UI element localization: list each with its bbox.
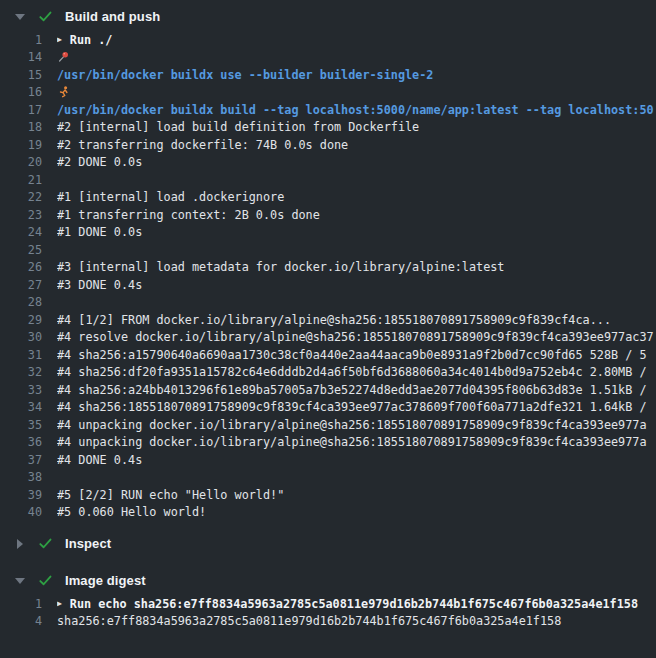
- line-number[interactable]: 20: [0, 155, 42, 169]
- line-content: #5 [2/2] RUN echo "Hello world!": [57, 488, 656, 502]
- line-text: #4 sha256:df20fa9351a15782c64e6dddb2d4a6…: [57, 365, 647, 379]
- log-line: 16Starting build...: [0, 84, 656, 102]
- pushpin-icon: [57, 50, 70, 64]
- log-line: 35#4 unpacking docker.io/library/alpine@…: [0, 416, 656, 434]
- line-content[interactable]: ▶Run ./: [57, 33, 656, 47]
- line-content: #3 [internal] load metadata for docker.i…: [57, 260, 656, 274]
- log-line: 17/usr/bin/docker buildx build --tag loc…: [0, 101, 656, 119]
- line-number[interactable]: 30: [0, 330, 42, 344]
- chevron-down-icon: [14, 14, 26, 20]
- log-sections: Build and push1▶Run ./14Using builder in…: [0, 0, 656, 630]
- chevron-right-icon: [14, 539, 26, 549]
- line-number[interactable]: 4: [0, 614, 42, 628]
- line-content[interactable]: ▶Run echo sha256:e7ff8834a5963a2785c5a08…: [57, 597, 656, 611]
- line-text: #4 unpacking docker.io/library/alpine@sh…: [57, 418, 647, 432]
- line-number[interactable]: 1: [0, 597, 42, 611]
- log-line: 32#4 sha256:df20fa9351a15782c64e6dddb2d4…: [0, 364, 656, 382]
- log-line: 38: [0, 469, 656, 487]
- line-number[interactable]: 34: [0, 400, 42, 414]
- line-number[interactable]: 14: [0, 50, 42, 64]
- line-content: #2 [internal] load build definition from…: [57, 120, 656, 134]
- line-number[interactable]: 22: [0, 190, 42, 204]
- section-header-inspect[interactable]: Inspect: [0, 527, 656, 558]
- line-number[interactable]: 21: [0, 173, 42, 187]
- line-number[interactable]: 25: [0, 243, 42, 257]
- line-number[interactable]: 15: [0, 68, 42, 82]
- line-content: #4 DONE 0.4s: [57, 453, 656, 467]
- line-text: #4 [1/2] FROM docker.io/library/alpine@s…: [57, 313, 611, 327]
- line-number[interactable]: 27: [0, 278, 42, 292]
- expand-group-icon[interactable]: ▶: [57, 599, 62, 608]
- section-label: Image digest: [65, 573, 146, 588]
- log-line: 22#1 [internal] load .dockerignore: [0, 189, 656, 207]
- line-text: #3 DONE 0.4s: [57, 278, 142, 292]
- line-number[interactable]: 26: [0, 260, 42, 274]
- success-check-icon: [38, 536, 53, 551]
- line-content: #1 transferring context: 2B 0.0s done: [57, 208, 656, 222]
- line-content: #4 sha256:185518070891758909c9f839cf4ca3…: [57, 400, 656, 414]
- line-number[interactable]: 28: [0, 295, 42, 309]
- line-content: /usr/bin/docker buildx build --tag local…: [57, 103, 656, 117]
- log-line: 1▶Run echo sha256:e7ff8834a5963a2785c5a0…: [0, 595, 656, 613]
- line-content: #1 [internal] load .dockerignore: [57, 190, 656, 204]
- line-text: Run ./: [70, 33, 113, 47]
- line-number[interactable]: 18: [0, 120, 42, 134]
- log-line: 33#4 sha256:a24bb4013296f61e89ba57005a7b…: [0, 381, 656, 399]
- line-number[interactable]: 23: [0, 208, 42, 222]
- log-line: 36#4 unpacking docker.io/library/alpine@…: [0, 434, 656, 452]
- line-number[interactable]: 29: [0, 313, 42, 327]
- line-number[interactable]: 36: [0, 435, 42, 449]
- line-content: #4 [1/2] FROM docker.io/library/alpine@s…: [57, 313, 656, 327]
- line-number[interactable]: 31: [0, 348, 42, 362]
- line-content: #4 sha256:a15790640a6690aa1730c38cf0a440…: [57, 348, 656, 362]
- line-number[interactable]: 33: [0, 383, 42, 397]
- line-number[interactable]: 37: [0, 453, 42, 467]
- log-line: 24#1 DONE 0.0s: [0, 224, 656, 242]
- log-line: 29#4 [1/2] FROM docker.io/library/alpine…: [0, 311, 656, 329]
- line-content: #4 unpacking docker.io/library/alpine@sh…: [57, 418, 656, 432]
- success-check-icon: [38, 9, 53, 24]
- line-content: #1 DONE 0.0s: [57, 225, 656, 239]
- line-number[interactable]: 40: [0, 505, 42, 519]
- line-text: #4 DONE 0.4s: [57, 453, 142, 467]
- log-line: 15/usr/bin/docker buildx use --builder b…: [0, 66, 656, 84]
- line-text: #2 transferring dockerfile: 74B 0.0s don…: [57, 138, 348, 152]
- line-text: #2 DONE 0.0s: [57, 155, 142, 169]
- log-line: 18#2 [internal] load build definition fr…: [0, 119, 656, 137]
- line-number[interactable]: 1: [0, 33, 42, 47]
- line-text: #4 resolve docker.io/library/alpine@sha2…: [57, 330, 654, 344]
- line-content: Using builder instance builder-single-2: [57, 50, 70, 64]
- log-line: 26#3 [internal] load metadata for docker…: [0, 259, 656, 277]
- line-number[interactable]: 32: [0, 365, 42, 379]
- log-line: 14Using builder instance builder-single-…: [0, 49, 656, 67]
- line-number[interactable]: 16: [0, 85, 42, 99]
- expand-group-icon[interactable]: ▶: [57, 35, 62, 44]
- line-number[interactable]: 17: [0, 103, 42, 117]
- success-check-icon: [38, 573, 53, 588]
- section-header-image-digest[interactable]: Image digest: [0, 564, 656, 595]
- log-line: 23#1 transferring context: 2B 0.0s done: [0, 206, 656, 224]
- line-text: #5 [2/2] RUN echo "Hello world!": [57, 488, 284, 502]
- line-content: #2 DONE 0.0s: [57, 155, 656, 169]
- line-number[interactable]: 19: [0, 138, 42, 152]
- line-text: #1 [internal] load .dockerignore: [57, 190, 284, 204]
- runner-icon: [57, 85, 70, 99]
- line-number[interactable]: 35: [0, 418, 42, 432]
- line-content: #4 unpacking docker.io/library/alpine@sh…: [57, 435, 656, 449]
- line-text: sha256:e7ff8834a5963a2785c5a0811e979d16b…: [57, 614, 561, 628]
- section-header-build-and-push[interactable]: Build and push: [0, 0, 656, 31]
- section-label: Build and push: [65, 9, 160, 24]
- line-content: sha256:e7ff8834a5963a2785c5a0811e979d16b…: [57, 614, 656, 628]
- log-line: 40#5 0.060 Hello world!: [0, 504, 656, 522]
- line-number[interactable]: 38: [0, 470, 42, 484]
- line-number[interactable]: 39: [0, 488, 42, 502]
- log-line: 31#4 sha256:a15790640a6690aa1730c38cf0a4…: [0, 346, 656, 364]
- log-line: 30#4 resolve docker.io/library/alpine@sh…: [0, 329, 656, 347]
- actions-log-viewer: Build and push1▶Run ./14Using builder in…: [0, 0, 656, 658]
- log-line: 20#2 DONE 0.0s: [0, 154, 656, 172]
- chevron-down-icon: [14, 578, 26, 584]
- line-number[interactable]: 24: [0, 225, 42, 239]
- line-text: /usr/bin/docker buildx build --tag local…: [57, 103, 654, 117]
- log-line: 28: [0, 294, 656, 312]
- line-text: #5 0.060 Hello world!: [57, 505, 206, 519]
